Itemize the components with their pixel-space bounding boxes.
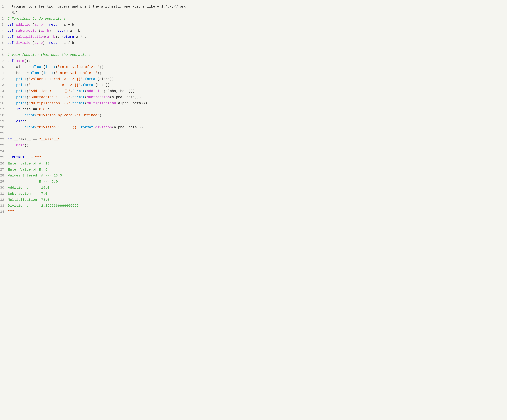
token-builtin: float <box>33 65 43 69</box>
line-number: 14 <box>0 89 8 94</box>
token-plain: ( <box>93 125 95 129</box>
token-method: format <box>72 89 85 93</box>
line-number: 20 <box>0 125 8 130</box>
token-fn: main <box>16 144 25 147</box>
token-builtin: input <box>43 71 54 75</box>
token-kw: def <box>7 35 16 39</box>
token-builtin: print <box>16 83 27 87</box>
code-line: 27Enter Value of B: 6 <box>0 167 507 173</box>
token-method: format <box>72 101 85 105</box>
line-number: 15 <box>0 95 8 100</box>
code-line: 33Division : 2.1666666666666665 <box>0 203 507 209</box>
line-content: def addition(a, b): return a + b <box>7 22 74 28</box>
token-str: "Subtraction : {}" <box>29 95 70 99</box>
line-number: 17 <box>0 107 8 112</box>
code-line: 23 main() <box>0 143 507 149</box>
token-str: "Division : {}" <box>37 125 79 129</box>
token-output-val: Multiplication: 78.0 <box>8 198 49 202</box>
token-comment: # main function that does the operations <box>7 53 91 57</box>
line-content: beta = float(input("Enter Value of B: ")… <box>8 70 101 76</box>
line-content: """ <box>8 209 14 215</box>
line-content: print("Division : {}".format(division(al… <box>8 125 143 130</box>
token-builtin: print <box>16 89 27 93</box>
code-line: 14 print("Addition : {}".format(addition… <box>0 88 507 94</box>
line-content: Values Entered: A --> 13.0 <box>8 173 62 179</box>
token-kw: return <box>49 41 64 45</box>
code-line: 3def addition(a, b): return a + b <box>0 22 507 28</box>
token-param: a, b <box>35 23 43 27</box>
code-line: 18 print("Division by Zero Not Defined") <box>0 112 507 118</box>
line-content: B --> 6.0 <box>8 179 58 185</box>
token-plain: ( <box>85 101 87 105</box>
line-number: 27 <box>0 167 8 172</box>
line-number: 2 <box>0 16 7 22</box>
token-num: 0.0 <box>39 107 45 111</box>
code-line: 22if __name__ == "__main__": <box>0 137 507 143</box>
token-plain: = <box>29 156 35 159</box>
code-line: 29 B --> 6.0 <box>0 179 507 185</box>
token-plain: ( <box>27 83 29 87</box>
token-plain: ) <box>99 113 101 117</box>
token-kw: return <box>55 29 70 33</box>
line-number: 9 <box>0 58 7 64</box>
token-plain: a + b <box>64 23 74 27</box>
line-content: print("Values Entered: A --> {}".format(… <box>8 76 114 82</box>
line-number: 18 <box>0 113 8 118</box>
line-content: Addition : 19.0 <box>8 185 49 191</box>
token-fn: subtraction <box>87 95 110 99</box>
code-line: 13 print(" B --> {}".format(beta)) <box>0 82 507 88</box>
token-method: format <box>85 77 97 81</box>
token-str: "__main__" <box>39 138 60 141</box>
line-number: 34 <box>0 209 8 215</box>
line-content: else: <box>8 119 27 124</box>
line-content: def main(): <box>7 58 30 64</box>
code-line: 17 if beta == 0.0 : <box>0 106 507 112</box>
token-plain: ( <box>39 29 41 33</box>
line-number: 33 <box>0 203 8 209</box>
line-number: 19 <box>0 119 8 124</box>
token-plain: : <box>25 119 27 123</box>
token-output-val: Enter Value of B: 6 <box>8 168 47 172</box>
token-plain: (alpha, beta))) <box>104 89 135 93</box>
code-line: 10 alpha = float(input("Enter value of A… <box>0 64 507 70</box>
token-plain: __name__ == <box>14 138 39 141</box>
code-line: 28Values Entered: A --> 13.0 <box>0 173 507 179</box>
token-builtin: input <box>45 65 56 69</box>
line-content: # Functions to do operations <box>7 16 66 22</box>
token-plain: )) <box>99 65 104 69</box>
token-fn: multiplication <box>16 35 45 39</box>
code-line: 9def main(): <box>0 58 507 64</box>
line-content: print(" B --> {}".format(beta)) <box>8 82 110 88</box>
token-plain: () <box>25 144 29 147</box>
line-number: 21 <box>0 131 8 136</box>
line-content: Subtraction : 7.0 <box>8 191 47 197</box>
token-plain: ( <box>27 101 29 105</box>
token-builtin: print <box>16 101 27 105</box>
code-container: 1" Program to enter two numbers and prin… <box>0 2 507 216</box>
token-plain: . <box>70 95 72 99</box>
line-number: 8 <box>0 52 7 58</box>
token-kw: def <box>7 23 16 27</box>
token-plain <box>8 113 25 117</box>
token-str: "Values Entered: A --> {}" <box>29 77 83 81</box>
token-plain <box>8 144 16 147</box>
code-line: 4def subtraction(a, b): return a - b <box>0 28 507 34</box>
token-plain: (): <box>24 59 30 63</box>
token-plain: ( <box>85 89 87 93</box>
token-method: format <box>83 83 95 87</box>
line-content: " Program to enter two numbers and print… <box>7 4 186 9</box>
token-output-val: Enter value of A: 13 <box>8 162 49 165</box>
token-plain: a - b <box>70 29 80 33</box>
token-kw: def <box>7 59 16 63</box>
token-plain: (beta)) <box>95 83 110 87</box>
token-plain: ( <box>35 125 37 129</box>
token-method: format <box>72 95 85 99</box>
line-number: 12 <box>0 76 8 82</box>
line-content: Division : 2.1666666666666665 <box>8 203 79 209</box>
token-plain: (alpha)) <box>97 77 114 81</box>
code-line: 11 beta = float(input("Enter Value of B:… <box>0 70 507 76</box>
code-line: 12 print("Values Entered: A --> {}".form… <box>0 76 507 82</box>
line-number: 32 <box>0 197 8 203</box>
token-plain <box>8 125 25 129</box>
token-plain: (alpha, beta))) <box>116 101 147 105</box>
